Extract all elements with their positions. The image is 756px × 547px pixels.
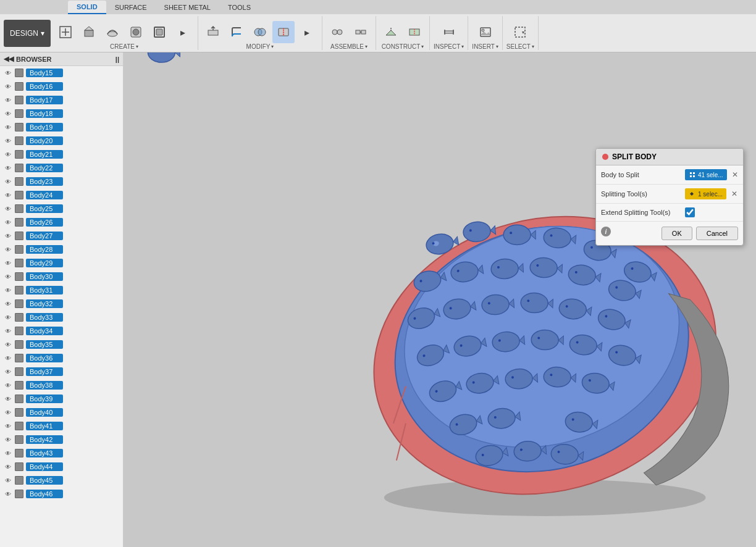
new-component-btn[interactable] bbox=[54, 21, 77, 43]
viewport[interactable]: SPLIT BODY Body to Split 41 sele... ✕ Sp… bbox=[124, 52, 756, 547]
body-list-item[interactable]: 👁 Body24 bbox=[0, 188, 123, 202]
modify-label[interactable]: MODIFY ▾ bbox=[246, 43, 274, 50]
visibility-icon[interactable]: 👁 bbox=[4, 462, 12, 471]
shell-btn[interactable] bbox=[148, 21, 170, 43]
tab-tools[interactable]: TOOLS bbox=[219, 1, 259, 14]
visibility-icon[interactable]: 👁 bbox=[4, 177, 12, 186]
body-list-item[interactable]: 👁 Body37 bbox=[0, 365, 123, 378]
motion-link-btn[interactable] bbox=[350, 21, 372, 43]
visibility-icon[interactable]: 👁 bbox=[4, 136, 12, 145]
visibility-icon[interactable]: 👁 bbox=[4, 408, 12, 417]
visibility-icon[interactable]: 👁 bbox=[4, 395, 12, 403]
extend-tools-checkbox[interactable] bbox=[685, 207, 695, 217]
body-list-item[interactable]: 👁 Body20 bbox=[0, 134, 123, 148]
midplane-btn[interactable] bbox=[403, 21, 426, 43]
visibility-icon[interactable]: 👁 bbox=[4, 259, 12, 267]
tab-sheet-metal[interactable]: SHEET METAL bbox=[156, 1, 219, 14]
visibility-icon[interactable]: 👁 bbox=[4, 435, 12, 444]
body-list-item[interactable]: 👁 Body26 bbox=[0, 215, 123, 229]
body-list-item[interactable]: 👁 Body33 bbox=[0, 311, 123, 324]
body-list-item[interactable]: 👁 Body21 bbox=[0, 148, 123, 161]
select-box-btn[interactable] bbox=[509, 21, 531, 43]
insert-label[interactable]: INSERT ▾ bbox=[472, 43, 498, 50]
body-list-item[interactable]: 👁 Body42 bbox=[0, 433, 123, 446]
hole-btn[interactable] bbox=[125, 21, 147, 43]
visibility-icon[interactable]: 👁 bbox=[4, 490, 12, 498]
visibility-icon[interactable]: 👁 bbox=[4, 340, 12, 349]
visibility-icon[interactable]: 👁 bbox=[4, 476, 12, 485]
combine-btn[interactable] bbox=[249, 21, 271, 43]
visibility-icon[interactable]: 👁 bbox=[4, 69, 12, 77]
more-create-btn[interactable]: ▸ bbox=[172, 21, 194, 43]
design-button[interactable]: DESIGN ▾ bbox=[4, 20, 51, 47]
visibility-icon[interactable]: 👁 bbox=[4, 245, 12, 254]
body-list-item[interactable]: 👁 Body22 bbox=[0, 161, 123, 175]
visibility-icon[interactable]: 👁 bbox=[4, 299, 12, 308]
visibility-icon[interactable]: 👁 bbox=[4, 422, 12, 430]
body-list-item[interactable]: 👁 Body36 bbox=[0, 351, 123, 365]
ok-button[interactable]: OK bbox=[662, 227, 692, 240]
body-list-item[interactable]: 👁 Body40 bbox=[0, 406, 123, 419]
visibility-icon[interactable]: 👁 bbox=[4, 381, 12, 390]
cancel-button[interactable]: Cancel bbox=[696, 227, 738, 240]
splitting-tools-clear[interactable]: ✕ bbox=[730, 188, 739, 199]
visibility-icon[interactable]: 👁 bbox=[4, 367, 12, 376]
body-list-item[interactable]: 👁 Body29 bbox=[0, 256, 123, 270]
visibility-icon[interactable]: 👁 bbox=[4, 123, 12, 132]
splitting-tools-selector[interactable]: 1 selec... bbox=[685, 188, 726, 199]
visibility-icon[interactable]: 👁 bbox=[4, 191, 12, 199]
body-list-item[interactable]: 👁 Body17 bbox=[0, 93, 123, 107]
body-list-item[interactable]: 👁 Body16 bbox=[0, 80, 123, 93]
press-pull-btn[interactable] bbox=[202, 21, 224, 43]
body-list-item[interactable]: 👁 Body44 bbox=[0, 460, 123, 474]
body-list-item[interactable]: 👁 Body25 bbox=[0, 202, 123, 215]
body-list-item[interactable]: 👁 Body19 bbox=[0, 120, 123, 134]
tab-surface[interactable]: SURFACE bbox=[106, 1, 156, 14]
body-list-item[interactable]: 👁 Body46 bbox=[0, 487, 123, 501]
body-list-item[interactable]: 👁 Body31 bbox=[0, 283, 123, 297]
extrude-btn[interactable] bbox=[78, 21, 100, 43]
body-list-item[interactable]: 👁 Body27 bbox=[0, 229, 123, 243]
info-icon[interactable]: i bbox=[601, 227, 611, 236]
visibility-icon[interactable]: 👁 bbox=[4, 164, 12, 172]
body-list-item[interactable]: 👁 Body30 bbox=[0, 270, 123, 283]
select-label[interactable]: SELECT ▾ bbox=[506, 43, 534, 50]
visibility-icon[interactable]: 👁 bbox=[4, 327, 12, 335]
body-list-item[interactable]: 👁 Body43 bbox=[0, 446, 123, 460]
split-body-btn[interactable] bbox=[272, 21, 295, 43]
visibility-icon[interactable]: 👁 bbox=[4, 150, 12, 159]
more-modify-btn[interactable]: ▸ bbox=[296, 21, 318, 43]
visibility-icon[interactable]: 👁 bbox=[4, 109, 12, 118]
visibility-icon[interactable]: 👁 bbox=[4, 204, 12, 213]
insert-image-btn[interactable] bbox=[474, 21, 497, 43]
body-list-item[interactable]: 👁 Body45 bbox=[0, 474, 123, 487]
body-to-split-clear[interactable]: ✕ bbox=[731, 169, 739, 180]
visibility-icon[interactable]: 👁 bbox=[4, 354, 12, 362]
create-label[interactable]: CREATE ▾ bbox=[110, 43, 138, 50]
visibility-icon[interactable]: 👁 bbox=[4, 96, 12, 104]
joint-btn[interactable] bbox=[326, 21, 348, 43]
body-list-item[interactable]: 👁 Body35 bbox=[0, 338, 123, 351]
revolve-btn[interactable] bbox=[101, 21, 124, 43]
body-list-item[interactable]: 👁 Body34 bbox=[0, 324, 123, 338]
body-list-item[interactable]: 👁 Body32 bbox=[0, 297, 123, 311]
body-list-item[interactable]: 👁 Body38 bbox=[0, 378, 123, 392]
browser-pin[interactable]: || bbox=[116, 56, 119, 63]
body-list-item[interactable]: 👁 Body41 bbox=[0, 419, 123, 433]
tab-solid[interactable]: SOLID bbox=[68, 1, 106, 14]
visibility-icon[interactable]: 👁 bbox=[4, 449, 12, 457]
measure-btn[interactable] bbox=[438, 21, 460, 43]
body-list-item[interactable]: 👁 Body15 bbox=[0, 66, 123, 80]
body-list-item[interactable]: 👁 Body28 bbox=[0, 243, 123, 256]
visibility-icon[interactable]: 👁 bbox=[4, 218, 12, 227]
offset-plane-btn[interactable] bbox=[380, 21, 402, 43]
visibility-icon[interactable]: 👁 bbox=[4, 286, 12, 294]
visibility-icon[interactable]: 👁 bbox=[4, 272, 12, 281]
visibility-icon[interactable]: 👁 bbox=[4, 313, 12, 322]
body-list-item[interactable]: 👁 Body23 bbox=[0, 175, 123, 188]
body-list-item[interactable]: 👁 Body18 bbox=[0, 107, 123, 120]
visibility-icon[interactable]: 👁 bbox=[4, 82, 12, 91]
inspect-label[interactable]: INSPECT ▾ bbox=[434, 43, 464, 50]
body-to-split-selector[interactable]: 41 sele... bbox=[685, 169, 727, 180]
fillet-btn[interactable] bbox=[225, 21, 248, 43]
